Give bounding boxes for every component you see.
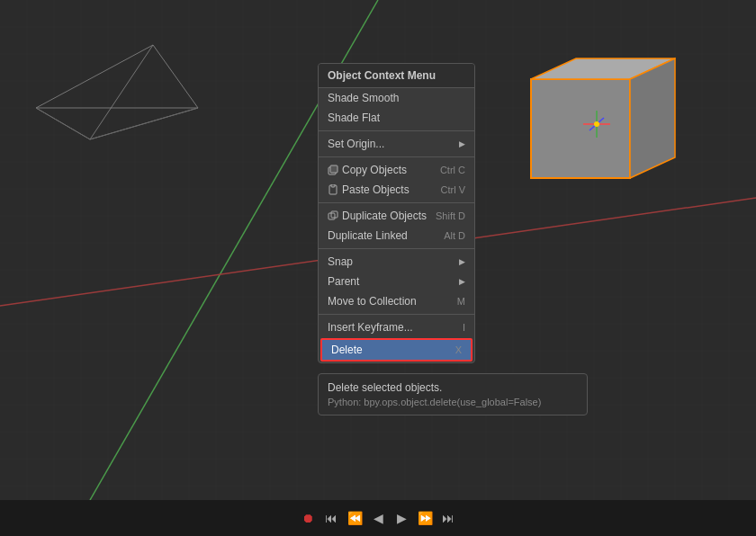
copy-icon [328,165,338,175]
context-menu: Object Context Menu Shade Smooth Shade F… [318,63,475,363]
menu-item-shade-flat[interactable]: Shade Flat [319,108,474,128]
tooltip-title: Delete selected objects. [328,381,578,394]
play-button[interactable]: ▶ [392,509,410,527]
play-back-button[interactable]: ◀ [369,509,387,527]
menu-item-duplicate-linked[interactable]: Duplicate Linked Alt D [319,226,474,246]
menu-item-set-origin[interactable]: Set Origin... [319,134,474,154]
svg-rect-63 [330,165,338,173]
diamond-object [36,45,198,139]
separator-1 [319,130,474,131]
separator-4 [319,248,474,249]
menu-item-copy-objects[interactable]: Copy Objects Ctrl C [319,160,474,180]
menu-item-snap[interactable]: Snap [319,252,474,272]
svg-line-51 [90,45,153,139]
context-menu-title: Object Context Menu [319,64,474,88]
menu-item-parent[interactable]: Parent [319,272,474,291]
svg-marker-57 [630,58,675,178]
step-forward-button[interactable]: ⏩ [416,509,434,527]
tooltip-python: Python: bpy.ops.object.delete(use_global… [328,397,578,407]
separator-2 [319,156,474,157]
jump-end-button[interactable]: ⏭ [439,509,457,527]
menu-item-move-to-collection[interactable]: Move to Collection M [319,291,474,311]
menu-item-duplicate-objects[interactable]: Duplicate Objects Shift D [319,206,474,226]
svg-line-47 [36,45,153,108]
svg-rect-65 [331,184,335,187]
separator-5 [319,314,474,315]
menu-item-insert-keyframe[interactable]: Insert Keyframe... I [319,317,474,337]
menu-item-shade-smooth[interactable]: Shade Smooth [319,88,474,108]
bottom-toolbar: ⏺ ⏮ ⏪ ◀ ▶ ⏩ ⏭ [0,500,756,536]
svg-rect-55 [531,79,630,178]
svg-point-61 [594,121,599,127]
step-back-button[interactable]: ⏪ [346,509,364,527]
duplicate-icon [328,210,338,221]
jump-start-button[interactable]: ⏮ [322,509,340,527]
tooltip: Delete selected objects. Python: bpy.ops… [318,373,588,415]
svg-line-48 [153,45,198,108]
menu-item-delete[interactable]: Delete X [320,338,472,362]
cube-object [531,58,675,178]
separator-3 [319,202,474,203]
paste-icon [328,184,338,195]
record-button[interactable]: ⏺ [299,509,317,527]
menu-item-paste-objects[interactable]: Paste Objects Ctrl V [319,180,474,200]
